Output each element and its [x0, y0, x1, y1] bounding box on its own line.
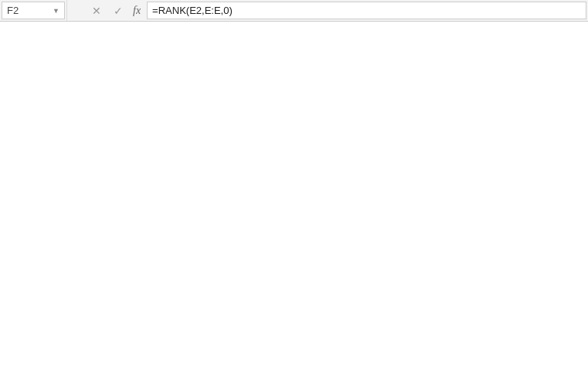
formula-input[interactable]: =RANK(E2,E:E,0): [147, 2, 586, 19]
formula-buttons: ✕ ✓ fx: [83, 0, 147, 21]
name-box-value: F2: [7, 5, 19, 16]
fx-icon[interactable]: fx: [133, 5, 141, 17]
cancel-icon[interactable]: ✕: [90, 5, 104, 17]
name-box[interactable]: F2 ▼: [2, 2, 65, 19]
confirm-icon[interactable]: ✓: [111, 5, 125, 17]
formula-bar: F2 ▼ ✕ ✓ fx =RANK(E2,E:E,0): [0, 0, 588, 22]
formula-text: =RANK(E2,E:E,0): [152, 5, 233, 16]
chevron-down-icon[interactable]: ▼: [53, 7, 59, 15]
